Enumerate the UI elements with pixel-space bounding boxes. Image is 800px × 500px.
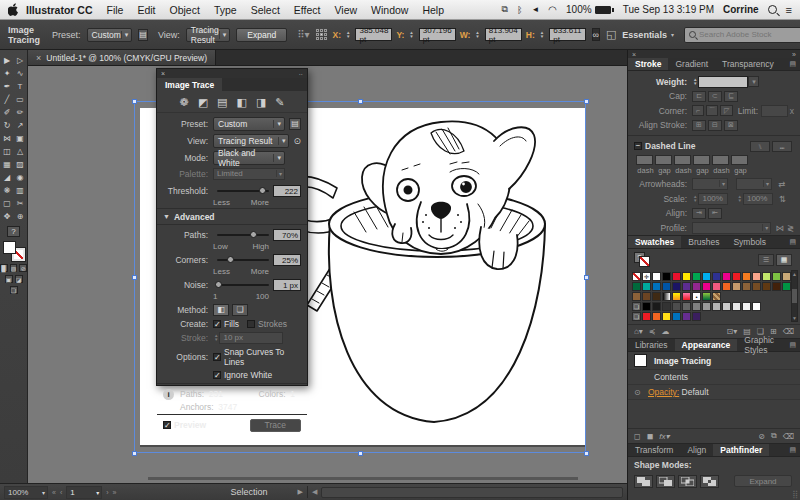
color-swatch[interactable] [702,272,711,281]
threshold-slider[interactable] [217,190,269,192]
color-swatch[interactable] [642,302,651,311]
pen-tool[interactable]: ✒ [1,80,14,93]
screen-mode-icon[interactable]: ❏ [10,286,18,294]
menu-item-select[interactable]: Select [244,4,287,16]
color-swatch[interactable] [692,312,701,321]
fills-checkbox[interactable]: ✓ [213,320,221,328]
color-mode-icon[interactable]: ▉ [0,264,8,272]
pathfinder-panel-menu-icon[interactable]: ▤ [785,444,800,456]
prev-artboard-icon[interactable]: ‹ [60,489,62,496]
symbol-sprayer-tool[interactable]: ❋ [1,184,14,197]
mesh-tool[interactable]: ▦ [1,158,14,171]
threshold-value[interactable]: 222 [273,185,301,197]
menu-item-window[interactable]: Window [364,4,415,16]
reference-point-icon[interactable] [316,29,327,40]
trace-button[interactable]: Trace [250,419,301,432]
next-artboard-icon[interactable]: › [106,489,108,496]
corners-slider[interactable] [217,259,269,261]
workspace-switcher[interactable]: Essentials▾ [622,30,674,40]
color-swatch[interactable] [662,312,671,321]
appearance-panel-menu-icon[interactable]: ▤ [785,339,800,351]
spotlight-search-icon[interactable] [768,5,777,14]
transform-widget-icon[interactable]: ◱ [606,28,616,41]
apple-menu-icon[interactable] [8,3,19,16]
swatches-tab-swatches[interactable]: Swatches [628,236,681,248]
image-trace-tab[interactable]: Image Trace [157,78,222,91]
zoom-tool[interactable]: ⊕ [14,210,27,223]
wifi-icon[interactable]: ◠ [548,4,557,15]
color-swatch[interactable] [712,302,721,311]
menu-item-illustrator-cc[interactable]: Illustrator CC [19,4,100,16]
color-swatch[interactable] [752,272,761,281]
highcolor-preset-icon[interactable]: ◩ [198,96,208,109]
help-hint-icon[interactable]: ? [7,226,20,237]
selection-tool[interactable]: ▶ [1,54,14,67]
first-artboard-icon[interactable]: « [52,489,56,496]
opacity-link[interactable]: Opacity: [648,387,679,397]
special-swatch-dot[interactable]: • [692,292,701,301]
color-swatch[interactable] [652,292,661,301]
new-swatch-icon[interactable]: ⊞ [770,327,777,336]
zoom-level-dropdown[interactable]: 100%▾ [4,486,48,499]
swatch-options-icon[interactable]: ▤ [743,327,751,336]
minus-front-shape-icon[interactable] [656,475,675,488]
draw-behind-icon[interactable]: ◪ [15,275,23,283]
color-swatch[interactable] [652,312,661,321]
color-swatch[interactable] [632,292,641,301]
close-document-icon[interactable]: × [36,53,41,63]
pathfinder-tab-transform[interactable]: Transform [628,444,680,456]
stroke-tab-gradient[interactable]: Gradient [668,58,715,70]
swatch-group-folder-icon[interactable]: ❏ [632,312,641,321]
grayscale-preset-icon[interactable]: ◧ [237,96,247,109]
swatch-sync-icon[interactable]: ☁ [662,327,670,336]
artboard-number-field[interactable]: 1▾ [66,486,102,499]
special-swatch-grad-or[interactable] [672,292,681,301]
color-swatch[interactable] [692,272,701,281]
special-swatch-grad-rd[interactable] [682,292,691,301]
paths-slider[interactable] [217,234,269,236]
lasso-tool[interactable]: ∿ [14,67,27,80]
corners-value[interactable]: 25% [273,254,301,266]
color-swatch[interactable] [662,282,671,291]
color-swatch[interactable] [712,282,721,291]
swatch-group-folder-icon[interactable]: ❏ [632,302,641,311]
special-swatch-pat1[interactable] [712,292,721,301]
field-value-w[interactable]: 813.904 pt [485,28,522,41]
view-dropdown[interactable]: Tracing Result▾ [186,28,231,42]
duplicate-item-icon[interactable]: ⧉ [771,431,777,441]
paintbrush-tool[interactable]: ✐ [1,106,14,119]
delete-item-icon[interactable]: ⌫ [783,432,794,441]
free-transform-tool[interactable]: ▣ [14,132,27,145]
selection-handle[interactable] [358,99,363,104]
special-swatch-grad-gn[interactable] [702,292,711,301]
color-swatch[interactable] [712,272,721,281]
it-preset-dropdown[interactable]: Custom▾ [213,117,285,131]
color-swatch[interactable] [772,272,781,281]
expand-button[interactable]: Expand [236,28,287,42]
gradient-mode-icon[interactable]: ▨ [10,264,18,272]
color-swatch[interactable] [732,282,741,291]
menubar-date[interactable]: Tue Sep 13 3:19 PM [623,4,714,15]
pathfinder-expand-button[interactable]: Expand [734,475,792,487]
menubar-user[interactable]: Corrine [723,4,759,15]
canvas-area[interactable]: × ∙∙ Image Trace ❁◩▤◧◨✎ Preset: Custom▾ … [28,66,627,483]
magic-wand-tool[interactable]: ✦ [1,67,14,80]
panel-collapse-icon[interactable]: ∙∙ [299,70,303,77]
slice-tool[interactable]: ✂ [14,197,27,210]
color-swatch[interactable] [652,272,661,281]
grid-view-icon[interactable]: ▦ [776,254,792,266]
color-swatch[interactable] [682,302,691,311]
pathfinder-tab-pathfinder[interactable]: Pathfinder [713,444,769,456]
column-graph-tool[interactable]: ▥ [14,184,27,197]
swatch-fill-stroke-proxy[interactable]: ? [634,252,654,267]
preview-checkbox[interactable]: ✓ [163,421,171,429]
swatches-tab-brushes[interactable]: Brushes [681,236,726,248]
color-swatch[interactable] [682,282,691,291]
menu-item-file[interactable]: File [100,4,131,16]
field-value-h[interactable]: 633.611 pt [549,28,585,41]
dock-close-icon[interactable]: × [632,51,636,58]
weight-dropdown-icon[interactable]: ▾ [748,76,759,87]
battery-indicator[interactable]: 100% [566,4,614,15]
clear-appearance-icon[interactable]: ⊘ [758,432,765,441]
color-swatch[interactable] [652,282,661,291]
